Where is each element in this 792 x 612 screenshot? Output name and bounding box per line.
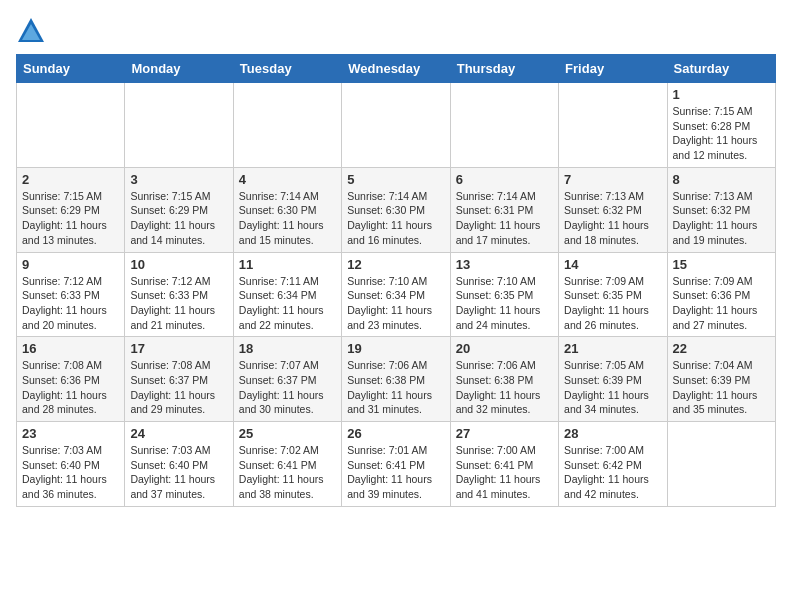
calendar-cell: 3Sunrise: 7:15 AM Sunset: 6:29 PM Daylig…: [125, 167, 233, 252]
day-header-sunday: Sunday: [17, 55, 125, 83]
calendar-cell: 17Sunrise: 7:08 AM Sunset: 6:37 PM Dayli…: [125, 337, 233, 422]
day-number: 22: [673, 341, 770, 356]
day-number: 3: [130, 172, 227, 187]
day-number: 17: [130, 341, 227, 356]
calendar-cell: 14Sunrise: 7:09 AM Sunset: 6:35 PM Dayli…: [559, 252, 667, 337]
day-number: 24: [130, 426, 227, 441]
day-header-wednesday: Wednesday: [342, 55, 450, 83]
calendar-week-3: 16Sunrise: 7:08 AM Sunset: 6:36 PM Dayli…: [17, 337, 776, 422]
day-number: 25: [239, 426, 336, 441]
calendar-cell: 24Sunrise: 7:03 AM Sunset: 6:40 PM Dayli…: [125, 422, 233, 507]
day-info: Sunrise: 7:14 AM Sunset: 6:30 PM Dayligh…: [239, 189, 336, 248]
calendar-cell: 13Sunrise: 7:10 AM Sunset: 6:35 PM Dayli…: [450, 252, 558, 337]
day-number: 28: [564, 426, 661, 441]
day-info: Sunrise: 7:09 AM Sunset: 6:35 PM Dayligh…: [564, 274, 661, 333]
calendar-week-0: 1Sunrise: 7:15 AM Sunset: 6:28 PM Daylig…: [17, 83, 776, 168]
calendar-cell: 5Sunrise: 7:14 AM Sunset: 6:30 PM Daylig…: [342, 167, 450, 252]
day-number: 12: [347, 257, 444, 272]
day-number: 19: [347, 341, 444, 356]
day-info: Sunrise: 7:05 AM Sunset: 6:39 PM Dayligh…: [564, 358, 661, 417]
calendar-week-4: 23Sunrise: 7:03 AM Sunset: 6:40 PM Dayli…: [17, 422, 776, 507]
calendar-cell: 11Sunrise: 7:11 AM Sunset: 6:34 PM Dayli…: [233, 252, 341, 337]
calendar-week-1: 2Sunrise: 7:15 AM Sunset: 6:29 PM Daylig…: [17, 167, 776, 252]
calendar-cell: 23Sunrise: 7:03 AM Sunset: 6:40 PM Dayli…: [17, 422, 125, 507]
calendar-cell: 12Sunrise: 7:10 AM Sunset: 6:34 PM Dayli…: [342, 252, 450, 337]
day-number: 1: [673, 87, 770, 102]
day-info: Sunrise: 7:14 AM Sunset: 6:30 PM Dayligh…: [347, 189, 444, 248]
logo: [16, 16, 48, 44]
day-info: Sunrise: 7:13 AM Sunset: 6:32 PM Dayligh…: [673, 189, 770, 248]
calendar-table: SundayMondayTuesdayWednesdayThursdayFrid…: [16, 54, 776, 507]
day-info: Sunrise: 7:11 AM Sunset: 6:34 PM Dayligh…: [239, 274, 336, 333]
calendar-cell: 20Sunrise: 7:06 AM Sunset: 6:38 PM Dayli…: [450, 337, 558, 422]
day-number: 6: [456, 172, 553, 187]
calendar-cell: 4Sunrise: 7:14 AM Sunset: 6:30 PM Daylig…: [233, 167, 341, 252]
day-info: Sunrise: 7:03 AM Sunset: 6:40 PM Dayligh…: [130, 443, 227, 502]
day-number: 21: [564, 341, 661, 356]
calendar-cell: 26Sunrise: 7:01 AM Sunset: 6:41 PM Dayli…: [342, 422, 450, 507]
day-header-thursday: Thursday: [450, 55, 558, 83]
day-info: Sunrise: 7:13 AM Sunset: 6:32 PM Dayligh…: [564, 189, 661, 248]
day-number: 26: [347, 426, 444, 441]
calendar-cell: 19Sunrise: 7:06 AM Sunset: 6:38 PM Dayli…: [342, 337, 450, 422]
day-info: Sunrise: 7:12 AM Sunset: 6:33 PM Dayligh…: [22, 274, 119, 333]
day-number: 9: [22, 257, 119, 272]
day-info: Sunrise: 7:00 AM Sunset: 6:42 PM Dayligh…: [564, 443, 661, 502]
calendar-cell: 8Sunrise: 7:13 AM Sunset: 6:32 PM Daylig…: [667, 167, 775, 252]
calendar-cell: 9Sunrise: 7:12 AM Sunset: 6:33 PM Daylig…: [17, 252, 125, 337]
day-header-monday: Monday: [125, 55, 233, 83]
day-number: 10: [130, 257, 227, 272]
calendar-cell: [17, 83, 125, 168]
day-info: Sunrise: 7:08 AM Sunset: 6:37 PM Dayligh…: [130, 358, 227, 417]
day-number: 14: [564, 257, 661, 272]
day-header-tuesday: Tuesday: [233, 55, 341, 83]
day-number: 4: [239, 172, 336, 187]
calendar-cell: 7Sunrise: 7:13 AM Sunset: 6:32 PM Daylig…: [559, 167, 667, 252]
page-header: [16, 16, 776, 44]
calendar-cell: [125, 83, 233, 168]
day-header-friday: Friday: [559, 55, 667, 83]
calendar-week-2: 9Sunrise: 7:12 AM Sunset: 6:33 PM Daylig…: [17, 252, 776, 337]
day-info: Sunrise: 7:10 AM Sunset: 6:34 PM Dayligh…: [347, 274, 444, 333]
day-number: 8: [673, 172, 770, 187]
day-info: Sunrise: 7:01 AM Sunset: 6:41 PM Dayligh…: [347, 443, 444, 502]
calendar-cell: [450, 83, 558, 168]
calendar-cell: [342, 83, 450, 168]
day-header-saturday: Saturday: [667, 55, 775, 83]
day-number: 7: [564, 172, 661, 187]
calendar-cell: 27Sunrise: 7:00 AM Sunset: 6:41 PM Dayli…: [450, 422, 558, 507]
calendar-cell: 10Sunrise: 7:12 AM Sunset: 6:33 PM Dayli…: [125, 252, 233, 337]
day-number: 15: [673, 257, 770, 272]
calendar-cell: 2Sunrise: 7:15 AM Sunset: 6:29 PM Daylig…: [17, 167, 125, 252]
calendar-cell: 22Sunrise: 7:04 AM Sunset: 6:39 PM Dayli…: [667, 337, 775, 422]
calendar-cell: 15Sunrise: 7:09 AM Sunset: 6:36 PM Dayli…: [667, 252, 775, 337]
day-info: Sunrise: 7:10 AM Sunset: 6:35 PM Dayligh…: [456, 274, 553, 333]
day-number: 11: [239, 257, 336, 272]
day-info: Sunrise: 7:00 AM Sunset: 6:41 PM Dayligh…: [456, 443, 553, 502]
calendar-cell: [233, 83, 341, 168]
day-number: 16: [22, 341, 119, 356]
day-info: Sunrise: 7:02 AM Sunset: 6:41 PM Dayligh…: [239, 443, 336, 502]
day-info: Sunrise: 7:06 AM Sunset: 6:38 PM Dayligh…: [456, 358, 553, 417]
day-info: Sunrise: 7:07 AM Sunset: 6:37 PM Dayligh…: [239, 358, 336, 417]
day-number: 23: [22, 426, 119, 441]
logo-icon: [16, 16, 46, 44]
calendar-cell: [559, 83, 667, 168]
day-info: Sunrise: 7:03 AM Sunset: 6:40 PM Dayligh…: [22, 443, 119, 502]
calendar-cell: 18Sunrise: 7:07 AM Sunset: 6:37 PM Dayli…: [233, 337, 341, 422]
day-info: Sunrise: 7:06 AM Sunset: 6:38 PM Dayligh…: [347, 358, 444, 417]
calendar-cell: 25Sunrise: 7:02 AM Sunset: 6:41 PM Dayli…: [233, 422, 341, 507]
day-number: 20: [456, 341, 553, 356]
day-info: Sunrise: 7:12 AM Sunset: 6:33 PM Dayligh…: [130, 274, 227, 333]
day-number: 27: [456, 426, 553, 441]
calendar-cell: 1Sunrise: 7:15 AM Sunset: 6:28 PM Daylig…: [667, 83, 775, 168]
day-info: Sunrise: 7:15 AM Sunset: 6:29 PM Dayligh…: [22, 189, 119, 248]
calendar-cell: 21Sunrise: 7:05 AM Sunset: 6:39 PM Dayli…: [559, 337, 667, 422]
calendar-header-row: SundayMondayTuesdayWednesdayThursdayFrid…: [17, 55, 776, 83]
day-info: Sunrise: 7:14 AM Sunset: 6:31 PM Dayligh…: [456, 189, 553, 248]
day-number: 2: [22, 172, 119, 187]
day-info: Sunrise: 7:08 AM Sunset: 6:36 PM Dayligh…: [22, 358, 119, 417]
day-number: 18: [239, 341, 336, 356]
day-number: 5: [347, 172, 444, 187]
calendar-cell: 28Sunrise: 7:00 AM Sunset: 6:42 PM Dayli…: [559, 422, 667, 507]
